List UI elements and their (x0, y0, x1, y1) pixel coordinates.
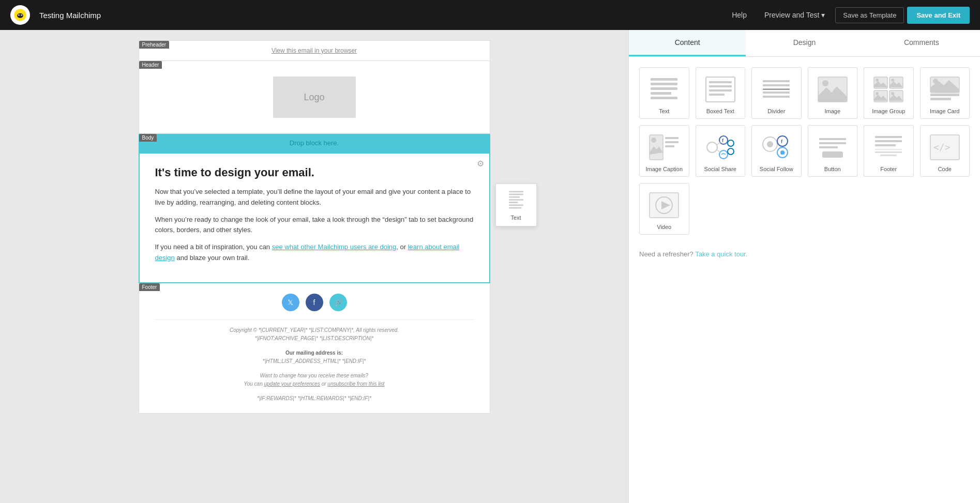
svg-rect-78 (875, 151, 902, 153)
chevron-down-icon: ▾ (821, 11, 825, 19)
save-exit-button[interactable]: Save and Exit (907, 7, 970, 24)
main-layout: Preheader View this email in your browse… (0, 30, 980, 503)
sidebar-tabs: Content Design Comments (629, 30, 980, 57)
svg-text:</>: </> (933, 142, 951, 153)
text-icon (646, 74, 682, 105)
facebook-icon[interactable]: f (306, 294, 323, 311)
unsubscribe-link[interactable]: unsubscribe from this list (327, 381, 384, 387)
content-p1: Now that you’ve selected a template, you… (155, 187, 474, 208)
header-section: Header Logo (139, 61, 490, 134)
svg-rect-16 (651, 92, 671, 95)
mailchimp-logo (10, 5, 30, 25)
block-button[interactable]: Button (808, 125, 858, 177)
svg-point-64 (777, 136, 788, 146)
footer-social: 𝕏 f 🔗 (155, 294, 474, 311)
email-preview: Preheader View this email in your browse… (139, 40, 490, 414)
see-others-link[interactable]: see what other Mailchimp users are doing (272, 243, 397, 251)
refresher-text: Need a refresher? Take a quick tour. (629, 245, 980, 263)
svg-line-62 (716, 149, 720, 153)
svg-rect-19 (709, 81, 732, 83)
svg-rect-71 (819, 142, 846, 144)
svg-point-5 (21, 14, 22, 15)
quick-tour-link[interactable]: Take a quick tour. (695, 250, 747, 258)
header-label: Header (139, 61, 162, 69)
block-image-card[interactable]: Image Card (920, 67, 970, 119)
preheader-content[interactable]: View this email in your browser (139, 41, 490, 60)
update-preferences-link[interactable]: update your preferences (264, 381, 320, 387)
header-content[interactable]: Logo (139, 61, 490, 133)
svg-rect-7 (509, 194, 523, 195)
preheader-label: Preheader (139, 41, 170, 49)
preview-test-button[interactable]: Preview and Test ▾ (757, 7, 832, 23)
view-in-browser-link[interactable]: View this email in your browser (272, 47, 357, 54)
blocks-grid: Text Boxed Text (629, 57, 980, 245)
content-p3: If you need a bit of inspiration, you ca… (155, 242, 474, 264)
social-share-icon: f (702, 132, 738, 163)
twitter-icon[interactable]: 𝕏 (282, 294, 299, 311)
tab-comments[interactable]: Comments (863, 30, 980, 56)
tab-content[interactable]: Content (629, 30, 746, 56)
svg-point-43 (891, 92, 894, 95)
block-code[interactable]: </> Code (920, 125, 970, 177)
block-boxed-text[interactable]: Boxed Text (696, 67, 746, 119)
block-divider[interactable]: Divider (751, 67, 802, 119)
topnav: Testing Mailchimp Help Preview and Test … (0, 0, 980, 30)
svg-point-34 (876, 79, 879, 82)
block-image-card-label: Image Card (924, 108, 967, 114)
svg-rect-28 (763, 96, 790, 98)
svg-rect-14 (651, 83, 677, 85)
svg-point-66 (767, 141, 773, 147)
footer-icon (870, 132, 907, 163)
block-image-label: Image (811, 108, 854, 114)
block-image-group[interactable]: Image Group (864, 67, 914, 119)
svg-rect-24 (763, 84, 790, 86)
svg-point-4 (19, 14, 19, 15)
block-social-share[interactable]: f Social Share (696, 125, 746, 177)
svg-point-1 (17, 13, 23, 18)
svg-point-56 (719, 136, 728, 144)
block-video-label: Video (643, 224, 686, 230)
block-video[interactable]: Video (639, 183, 689, 235)
block-image-group-label: Image Group (867, 108, 910, 114)
svg-point-31 (822, 80, 828, 86)
svg-point-51 (651, 138, 656, 143)
drag-tooltip: Text (495, 184, 537, 226)
content-block-wrapper: ⚙ It's time to design your email. Now th… (139, 153, 490, 283)
block-footer[interactable]: Footer (864, 125, 914, 177)
svg-rect-79 (880, 155, 897, 156)
save-template-button[interactable]: Save as Template (835, 7, 904, 23)
link-icon[interactable]: 🔗 (329, 294, 347, 311)
block-social-follow[interactable]: f tw Social Follow (751, 125, 802, 177)
svg-rect-20 (709, 85, 732, 87)
topnav-actions: Help Preview and Test ▾ Save as Template… (725, 7, 970, 24)
block-text-label: Text (643, 108, 686, 114)
block-divider-label: Divider (755, 108, 798, 114)
block-text[interactable]: Text (639, 67, 689, 119)
svg-point-69 (780, 150, 785, 155)
body-section: Body Drop block here. (139, 134, 490, 153)
svg-point-55 (707, 142, 717, 153)
settings-icon[interactable]: ⚙ (477, 159, 484, 169)
block-image-caption[interactable]: Image Caption (639, 125, 689, 177)
right-sidebar: Content Design Comments Text (628, 30, 980, 503)
code-icon: </> (927, 132, 963, 163)
drop-block-bar[interactable]: Drop block here. (139, 134, 490, 152)
svg-rect-21 (709, 89, 732, 92)
tab-design[interactable]: Design (746, 30, 863, 56)
block-image[interactable]: Image (808, 67, 858, 119)
svg-rect-48 (930, 98, 951, 100)
content-p2: When you’re ready to change the look of … (155, 215, 474, 236)
svg-rect-76 (875, 144, 896, 146)
boxed-text-icon (702, 74, 738, 105)
help-button[interactable]: Help (725, 7, 754, 23)
divider-icon (758, 74, 794, 105)
drag-tooltip-label: Text (501, 215, 531, 221)
content-block-inner: ⚙ It's time to design your email. Now th… (140, 154, 489, 282)
body-label: Body (139, 134, 157, 142)
footer-address: Our mailing address is: *|HTML:LIST_ADDR… (155, 349, 474, 365)
svg-rect-75 (875, 140, 902, 142)
svg-line-61 (716, 142, 720, 145)
content-block[interactable]: ⚙ It's time to design your email. Now th… (139, 153, 490, 283)
svg-rect-53 (665, 141, 679, 143)
block-social-share-label: Social Share (699, 166, 742, 172)
